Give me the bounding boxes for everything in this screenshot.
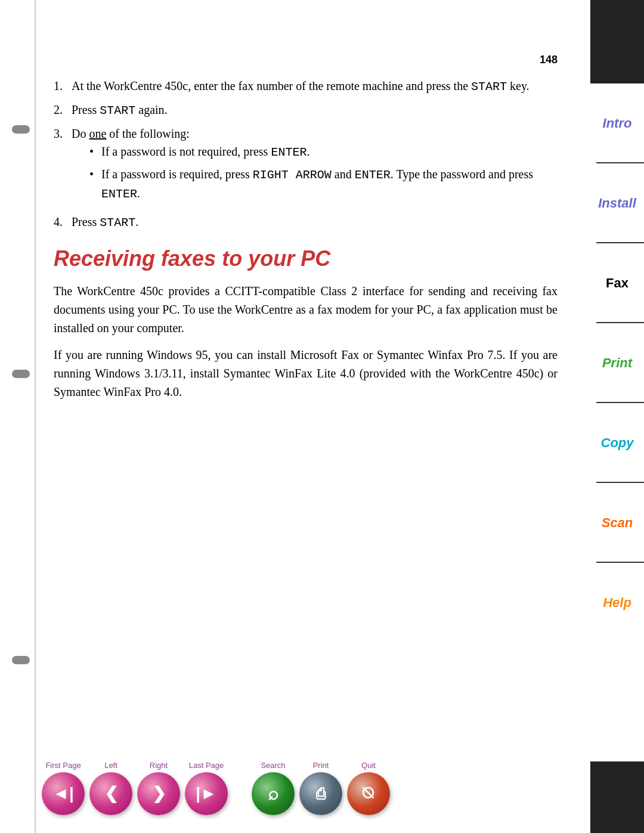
tab-divider-5 [596,482,644,483]
sidebar-tab-install[interactable]: Install [590,165,644,242]
sidebar-tab-scan[interactable]: Scan [590,484,644,562]
right-label: Right [150,761,168,770]
bullet-item-2: • If a password is required, press RIGHT… [89,165,558,203]
search-button[interactable]: ⌕ [252,772,295,815]
print-button[interactable]: ⎙ [299,772,342,815]
left-button[interactable]: ❮ [89,772,132,815]
tab-copy-label: Copy [601,435,634,451]
tab-intro-label: Intro [603,116,632,131]
page-number: 148 [54,54,558,66]
sidebar-tab-copy[interactable]: Copy [590,404,644,482]
bottom-navigation: First Page ◄| Left ❮ Right ❯ Last Page |… [42,761,566,815]
tab-fax-label: Fax [606,275,628,291]
nav-group-last-page: Last Page |► [185,761,228,815]
bullet-list: • If a password is not required, press E… [89,143,558,203]
sidebar-tab-intro[interactable]: Intro [590,85,644,162]
sidebar-tab-fax[interactable]: Fax [590,244,644,322]
binding-strip [0,0,36,833]
list-item-1: 1. At the WorkCentre 450c, enter the fax… [54,77,558,96]
print-label: Print [313,761,329,770]
right-button[interactable]: ❯ [137,772,180,815]
print-icon: ⎙ [316,786,326,801]
left-label: Left [104,761,117,770]
last-page-button[interactable]: |► [185,772,228,815]
tab-divider-3 [596,322,644,323]
quit-icon: ⦰ [362,785,375,803]
numbered-list: 1. At the WorkCentre 450c, enter the fax… [54,77,558,232]
main-content: 148 1. At the WorkCentre 450c, enter the… [42,48,569,833]
tab-divider-2 [596,242,644,243]
list-item-3: 3. Do one of the following: • If a passw… [54,125,558,208]
sidebar-bottom-block [590,761,644,833]
section-title: Receiving faxes to your PC [54,246,558,271]
binding-hole-1 [12,125,30,134]
tab-divider-6 [596,562,644,563]
search-icon: ⌕ [268,785,278,803]
list-item-4: 4. Press START. [54,213,558,232]
tab-print-label: Print [602,355,632,371]
sidebar-tab-print[interactable]: Print [590,324,644,402]
first-page-label: First Page [45,761,80,770]
tab-divider-4 [596,402,644,403]
tab-help-label: Help [603,595,631,611]
list-item-2: 2. Press START again. [54,101,558,120]
last-page-icon: |► [196,785,217,802]
body-paragraph-2: If you are running Windows 95, you can i… [54,346,558,401]
tab-scan-label: Scan [602,515,633,531]
tab-divider-1 [596,162,644,163]
nav-group-first-page: First Page ◄| [42,761,85,815]
last-page-label: Last Page [189,761,224,770]
search-label: Search [261,761,285,770]
right-sidebar: Intro Install Fax Print Copy Scan Help [578,0,644,833]
nav-group-search: Search ⌕ [252,761,295,815]
quit-label: Quit [361,761,376,770]
nav-group-print-btn: Print ⎙ [299,761,342,815]
tab-install-label: Install [598,196,636,211]
nav-group-left: Left ❮ [89,761,132,815]
nav-group-quit: Quit ⦰ [347,761,390,815]
left-icon: ❮ [104,785,118,802]
binding-hole-2 [12,370,30,378]
bullet-item-1: • If a password is not required, press E… [89,143,558,162]
body-paragraph-1: The WorkCentre 450c provides a CCITT-com… [54,282,558,337]
nav-group-right: Right ❯ [137,761,180,815]
binding-hole-3 [12,656,30,664]
sidebar-tab-help[interactable]: Help [590,564,644,642]
quit-button[interactable]: ⦰ [347,772,390,815]
right-icon: ❯ [152,785,166,802]
sidebar-top-block [590,0,644,83]
first-page-button[interactable]: ◄| [42,772,85,815]
first-page-icon: ◄| [52,785,74,802]
